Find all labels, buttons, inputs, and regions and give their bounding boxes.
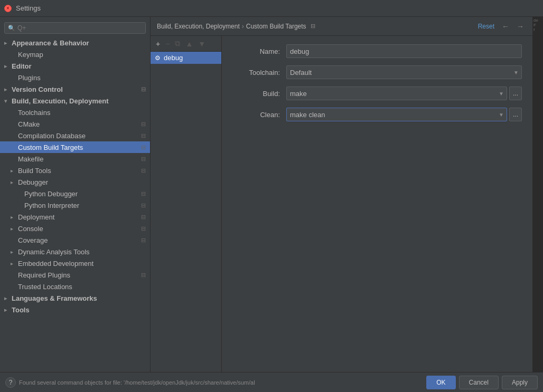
page-icon: ⊟: [141, 132, 146, 139]
sidebar-item-deployment[interactable]: ▸Deployment⊟: [0, 211, 150, 223]
targets-list: + − ⧉ ▲ ▼ ⚙ debug: [151, 36, 222, 372]
sidebar-item-label: Dynamic Analysis Tools: [18, 248, 90, 256]
page-icon: ⊟: [141, 237, 146, 244]
sidebar-item-label: Appearance & Behavior: [12, 39, 89, 47]
sidebar-items-container: ▸Appearance & BehaviorKeymap▸EditorPlugi…: [0, 37, 150, 315]
expand-icon: ▸: [4, 307, 10, 313]
expand-icon: ▸: [11, 168, 16, 174]
search-box[interactable]: 🔍: [4, 22, 146, 34]
sidebar-item-makefile[interactable]: Makefile⊟: [0, 153, 150, 165]
nav-back-button[interactable]: ←: [500, 21, 511, 32]
expand-icon: ▸: [4, 295, 10, 301]
page-icon: ⊟: [141, 121, 146, 128]
reset-button[interactable]: Reset: [476, 22, 497, 31]
toolchain-row: Toolchain: Default ▼: [232, 65, 522, 79]
name-control: [286, 44, 522, 58]
page-icon: ⊟: [141, 156, 146, 162]
ok-button[interactable]: OK: [426, 376, 455, 389]
sidebar-item-label: CMake: [18, 120, 40, 128]
clean-row: Clean: make clean ▼ ...: [232, 108, 522, 121]
clean-select[interactable]: make clean: [286, 108, 507, 121]
sidebar-item-console[interactable]: ▸Console⊟: [0, 223, 150, 234]
sidebar-item-languages-frameworks[interactable]: ▸Languages & Frameworks: [0, 292, 150, 304]
breadcrumb-current: Custom Build Targets: [246, 23, 306, 30]
build-select[interactable]: make: [286, 87, 507, 100]
sidebar-item-keymap[interactable]: Keymap: [0, 49, 150, 60]
sidebar-item-build-exec[interactable]: ▾Build, Execution, Deployment: [0, 95, 150, 107]
build-dots-button[interactable]: ...: [509, 87, 522, 100]
expand-icon: ▸: [11, 179, 16, 185]
name-row: Name:: [232, 44, 522, 58]
target-label: debug: [164, 54, 183, 62]
sidebar-item-toolchains[interactable]: Toolchains: [0, 107, 150, 118]
sidebar-item-compilation-db[interactable]: Compilation Database⊟: [0, 130, 150, 141]
target-icon: ⚙: [155, 54, 161, 62]
sidebar-item-appearance[interactable]: ▸Appearance & Behavior: [0, 37, 150, 49]
move-down-button[interactable]: ▼: [196, 39, 208, 49]
sidebar-item-trusted-locations[interactable]: Trusted Locations: [0, 281, 150, 292]
sidebar-item-dynamic-analysis[interactable]: ▸Dynamic Analysis Tools: [0, 246, 150, 257]
page-icon: ⊟: [141, 272, 146, 279]
remove-target-button[interactable]: −: [163, 39, 172, 49]
build-select-wrap: make ▼: [286, 87, 507, 100]
page-icon: ⊟: [141, 144, 146, 151]
sidebar-item-embedded-dev[interactable]: ▸Embedded Development: [0, 257, 150, 269]
apply-button[interactable]: Apply: [502, 376, 538, 389]
bottom-left: ? Found several command objects for file…: [5, 377, 255, 388]
cancel-button[interactable]: Cancel: [459, 376, 499, 389]
sidebar-item-label: Embedded Development: [18, 260, 93, 267]
sidebar-item-version-control[interactable]: ▸Version Control⊟: [0, 83, 150, 95]
sidebar-item-python-debugger[interactable]: Python Debugger⊟: [0, 188, 150, 199]
sidebar-item-label: Deployment: [18, 213, 54, 221]
sidebar-item-build-tools[interactable]: ▸Build Tools⊟: [0, 165, 150, 176]
page-icon: ⊟: [141, 202, 146, 209]
main-layout: 🔍 ▸Appearance & BehaviorKeymap▸EditorPlu…: [0, 17, 543, 372]
sidebar-item-python-interpreter[interactable]: Python Interpreter⊟: [0, 199, 150, 211]
sidebar-item-required-plugins[interactable]: Required Plugins⊟: [0, 269, 150, 281]
expand-icon: ▸: [4, 87, 10, 92]
name-input[interactable]: [286, 44, 522, 58]
sidebar-item-editor[interactable]: ▸Editor: [0, 60, 150, 72]
build-row: Build: make ▼ ...: [232, 87, 522, 100]
sidebar-item-label: Coverage: [18, 236, 48, 244]
page-icon: ⊟: [141, 86, 146, 93]
sidebar-item-debugger[interactable]: ▸Debugger: [0, 176, 150, 188]
nav-forward-button[interactable]: →: [514, 21, 526, 32]
sidebar-item-label: Languages & Frameworks: [12, 294, 97, 302]
clean-select-wrap: make clean ▼: [286, 108, 507, 121]
sidebar-item-custom-build[interactable]: Custom Build Targets⊟: [0, 141, 150, 153]
page-icon: ⊟: [141, 225, 146, 232]
sidebar-item-label: Toolchains: [18, 109, 50, 117]
sidebar: 🔍 ▸Appearance & BehaviorKeymap▸EditorPlu…: [0, 17, 151, 372]
clean-label: Clean:: [232, 111, 280, 119]
help-button[interactable]: ?: [5, 377, 16, 388]
sidebar-item-label: Python Debugger: [24, 190, 78, 198]
sidebar-item-label: Python Interpreter: [24, 202, 79, 209]
sidebar-item-label: Build Tools: [18, 167, 51, 175]
right-edge: deFf: [532, 17, 543, 372]
sidebar-item-label: Makefile: [18, 155, 43, 163]
copy-target-button[interactable]: ⧉: [173, 38, 182, 49]
close-button[interactable]: ×: [4, 5, 12, 12]
clean-dots-button[interactable]: ...: [509, 108, 522, 121]
sidebar-item-label: Version Control: [12, 85, 63, 93]
sidebar-item-tools[interactable]: ▸Tools: [0, 304, 150, 315]
sidebar-item-label: Console: [18, 225, 43, 233]
targets-list-items: ⚙ debug: [151, 52, 221, 372]
toolchain-select[interactable]: Default: [286, 65, 522, 79]
sidebar-item-label: Trusted Locations: [18, 283, 72, 291]
sidebar-item-label: Tools: [12, 306, 30, 314]
target-item[interactable]: ⚙ debug: [151, 52, 221, 64]
add-target-button[interactable]: +: [154, 39, 162, 49]
sidebar-item-cmake[interactable]: CMake⊟: [0, 118, 150, 130]
breadcrumb-settings-icon: ⊟: [311, 23, 315, 30]
breadcrumb-parent: Build, Execution, Deployment: [157, 23, 240, 30]
bottom-bar: ? Found several command objects for file…: [0, 372, 543, 392]
search-input[interactable]: [17, 24, 142, 32]
expand-icon: ▸: [11, 261, 16, 266]
sidebar-item-plugins[interactable]: Plugins: [0, 72, 150, 83]
bottom-right: OK Cancel Apply: [426, 376, 538, 389]
window-title: Settings: [16, 4, 41, 12]
sidebar-item-coverage[interactable]: Coverage⊟: [0, 234, 150, 246]
move-up-button[interactable]: ▲: [183, 39, 195, 49]
